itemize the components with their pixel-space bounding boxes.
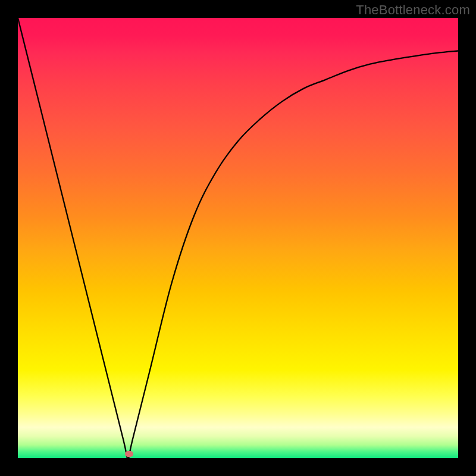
attribution-watermark: TheBottleneck.com — [356, 2, 470, 18]
min-marker — [125, 451, 133, 457]
bottleneck-curve — [18, 18, 458, 458]
curve-layer — [18, 18, 458, 458]
plot-area — [18, 18, 458, 458]
chart-frame: TheBottleneck.com — [0, 0, 476, 476]
